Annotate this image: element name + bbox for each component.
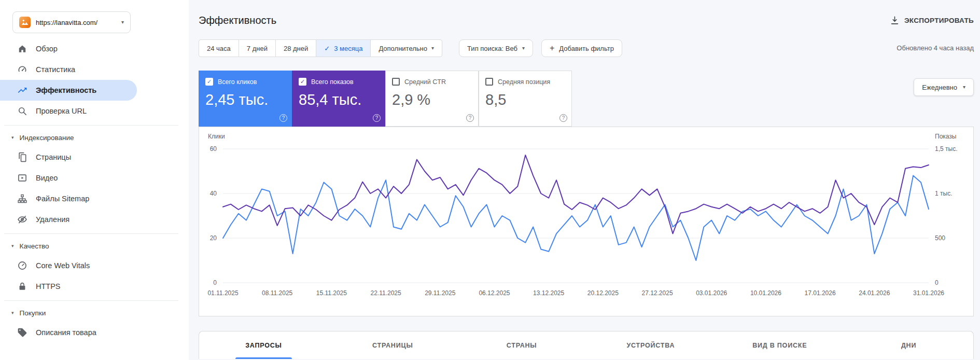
metric-toggle-row: Средний CTR [392,78,472,86]
metric-label: Всего показов [311,78,354,86]
metric-toggle-row: ✓Всего показов [299,78,379,86]
chevron-down-icon: ▾ [431,46,434,51]
sidebar-section-indexing[interactable]: ▾Индексирование [0,128,189,147]
help-icon[interactable]: ? [279,114,287,122]
sidebar-item-insights[interactable]: Статистика [0,59,137,80]
date-range-label: 28 дней [284,45,308,52]
metric-cards: ✓Всего кликов2,45 тыс.?✓Всего показов85,… [199,71,572,127]
page-header: Эффективность ЭКСПОРТИРОВАТЬ [199,12,974,28]
date-range-label: 24 часа [207,45,231,52]
search-type-chip[interactable]: Тип поиска: Веб ▾ [459,39,533,57]
insights-icon [17,64,27,75]
svg-text:17.01.2026: 17.01.2026 [805,289,836,297]
search-icon [17,106,27,116]
svg-text:03.01.2026: 03.01.2026 [696,289,727,297]
svg-text:27.12.2025: 27.12.2025 [642,289,673,297]
sidebar-section-label: Покупки [20,309,46,317]
svg-text:20.12.2025: 20.12.2025 [587,289,619,297]
metric-card-impressions[interactable]: ✓Всего показов85,4 тыс.? [292,71,385,127]
metric-card-clicks[interactable]: ✓Всего кликов2,45 тыс.? [199,71,292,127]
performance-chart[interactable]: 020406005001 тыс.1,5 тыс.КликиПоказы01.1… [199,128,972,316]
date-range-label: Дополнительно [379,45,427,52]
sidebar-item-pages[interactable]: Страницы [0,147,137,168]
home-icon [17,44,27,54]
property-favicon-icon [19,17,31,28]
help-icon[interactable]: ? [466,114,474,122]
metric-label: Средняя позиция [498,78,550,86]
add-filter-chip[interactable]: + Добавить фильтр [541,39,622,57]
sidebar-item-removals[interactable]: Удаления [0,209,137,230]
video-icon [17,173,27,183]
metric-card-ctr[interactable]: Средний CTR2,9 %? [385,71,479,127]
chevron-down-icon: ▾ [11,135,14,140]
date-range-more[interactable]: Дополнительно▾ [370,39,442,57]
checkbox-icon[interactable]: ✓ [299,78,306,86]
property-selector[interactable]: https://lanavitta.com/ ▾ [12,11,131,33]
trending-up-icon [17,85,27,95]
date-range-28d[interactable]: 28 дней [275,39,316,57]
tab-pages[interactable]: СТРАНИЦЫ [328,331,457,359]
sidebar-item-label: Видео [36,174,58,182]
divider [4,125,178,126]
check-icon: ✓ [324,45,330,52]
sidebar-section-experience[interactable]: ▾Качество [0,237,189,255]
sidebar-item-label: Статистика [36,65,75,74]
chevron-down-icon: ▾ [11,310,14,315]
date-range-3m[interactable]: ✓3 месяца [316,39,371,57]
metric-value: 8,5 [485,91,565,108]
pages-icon [17,152,27,162]
filter-bar: 24 часа7 дней28 дней✓3 месяцаДополнитель… [199,39,974,57]
download-icon [890,16,900,25]
svg-text:24.01.2026: 24.01.2026 [859,289,890,297]
export-button[interactable]: ЭКСПОРТИРОВАТЬ [890,16,974,25]
tab-dates[interactable]: ДНИ [844,331,973,359]
sidebar-item-label: Удаления [36,215,69,224]
tab-devices[interactable]: УСТРОЙСТВА [586,331,715,359]
tab-queries[interactable]: ЗАПРОСЫ [199,331,328,359]
sidebar-item-label: Core Web Vitals [36,261,90,270]
help-icon[interactable]: ? [559,114,567,122]
export-label: ЭКСПОРТИРОВАТЬ [904,17,974,24]
metric-toggle-row: ✓Всего кликов [205,78,285,86]
svg-text:13.12.2025: 13.12.2025 [533,289,564,297]
svg-text:1,5 тыс.: 1,5 тыс. [935,145,957,153]
svg-text:Клики: Клики [208,133,225,140]
granularity-dropdown[interactable]: Ежедневно ▾ [914,78,974,96]
sidebar-item-overview[interactable]: Обзор [0,38,137,59]
date-range-label: 7 дней [247,45,268,52]
plus-icon: + [550,44,554,52]
metric-value: 85,4 тыс. [299,91,379,108]
sidebar-section-label: Индексирование [20,134,74,142]
chevron-down-icon: ▾ [121,20,124,25]
sidebar-section-shopping[interactable]: ▾Покупки [0,303,189,322]
metric-value: 2,45 тыс. [205,91,285,108]
chevron-down-icon: ▾ [963,85,965,90]
svg-text:0: 0 [935,279,939,286]
sidebar-item-url-inspection[interactable]: Проверка URL [0,101,137,121]
checkbox-icon[interactable] [485,78,493,86]
search-type-label: Тип поиска: Веб [467,45,517,52]
checkbox-icon[interactable] [392,78,400,86]
sidebar-item-video[interactable]: Видео [0,168,137,188]
metric-label: Средний CTR [404,78,446,86]
date-range-24h[interactable]: 24 часа [199,39,239,57]
sidebar-item-core-web-vitals[interactable]: Core Web Vitals [0,255,137,276]
tab-search-appearance[interactable]: ВИД В ПОИСКЕ [715,331,844,359]
sidebar-item-performance[interactable]: Эффективность [0,80,137,101]
last-updated-text: Обновлено 4 часа назад [897,44,974,52]
metric-card-position[interactable]: Средняя позиция8,5? [479,71,572,127]
svg-text:06.12.2025: 06.12.2025 [479,289,510,297]
sidebar-item-https[interactable]: HTTPS [0,276,137,297]
svg-text:15.11.2025: 15.11.2025 [316,289,347,297]
tab-countries[interactable]: СТРАНЫ [457,331,586,359]
lock-icon [17,281,27,292]
main-content: Эффективность ЭКСПОРТИРОВАТЬ 24 часа7 дн… [189,0,980,360]
date-range-7d[interactable]: 7 дней [239,39,276,57]
checkbox-icon[interactable]: ✓ [205,78,213,86]
sidebar-item-label: Проверка URL [36,107,87,115]
sidebar-item-product-snippets[interactable]: Описания товара [0,322,137,343]
add-filter-label: Добавить фильтр [559,45,614,52]
date-range-label: 3 месяца [334,45,362,52]
help-icon[interactable]: ? [373,114,381,122]
sidebar-item-sitemaps[interactable]: Файлы Sitemap [0,188,137,209]
